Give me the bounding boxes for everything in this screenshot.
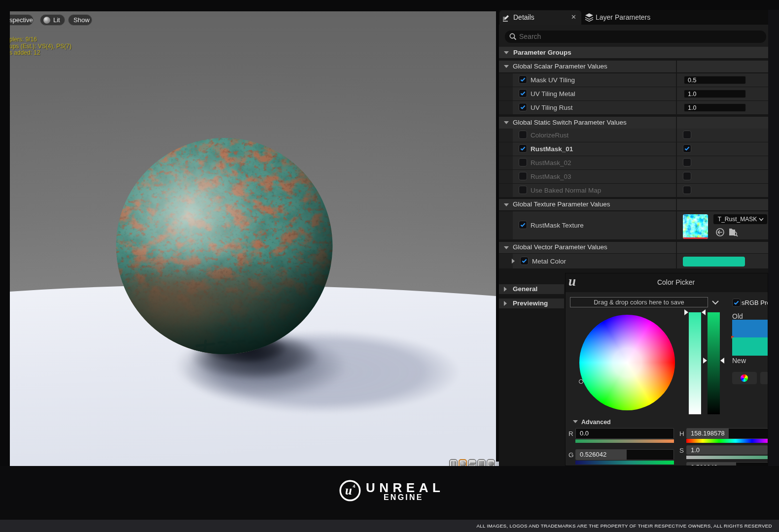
svg-text:ENGINE: ENGINE <box>384 493 424 501</box>
svg-text:u: u <box>345 484 352 497</box>
svg-text:UNREAL: UNREAL <box>366 480 443 495</box>
svg-text:4: 4 <box>353 484 355 489</box>
